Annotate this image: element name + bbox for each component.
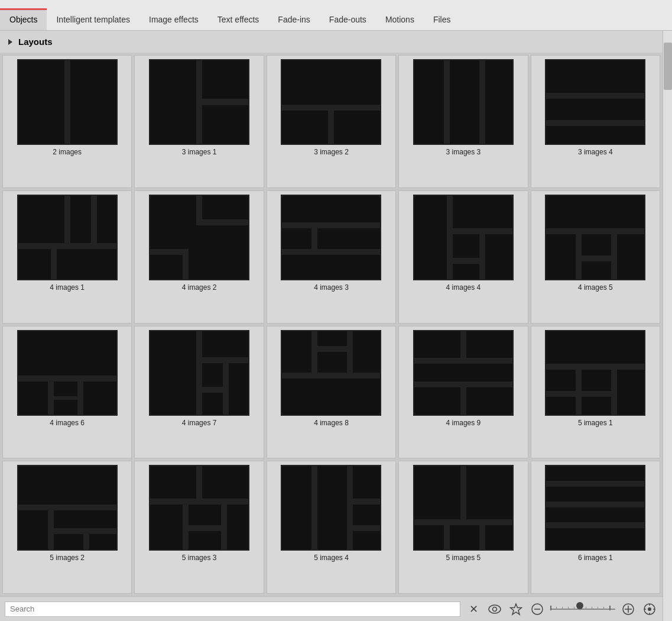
svg-rect-1: [70, 60, 116, 144]
layout-label-5-images-3: 5 images 3: [182, 554, 217, 562]
layout-thumb-4-images-5: [545, 195, 645, 280]
star-icon[interactable]: [508, 601, 524, 617]
svg-rect-12: [546, 99, 644, 120]
svg-rect-69: [202, 466, 248, 499]
svg-rect-18: [57, 249, 116, 279]
tab-files[interactable]: Files: [424, 8, 460, 30]
svg-rect-23: [282, 196, 380, 222]
layout-label-4-images-8: 4 images 8: [314, 419, 349, 427]
svg-rect-25: [317, 228, 380, 249]
svg-rect-62: [582, 397, 611, 415]
svg-rect-48: [317, 331, 347, 346]
layout-item-4-images-1[interactable]: 4 images 1: [2, 190, 132, 324]
tab-text-effects[interactable]: Text effects: [208, 8, 269, 30]
layout-item-4-images-5[interactable]: 4 images 5: [531, 190, 660, 324]
svg-rect-53: [466, 331, 512, 358]
tab-intelligent-templates[interactable]: Intelligent templates: [47, 8, 139, 30]
layout-thumb-3-images-3: [413, 59, 514, 145]
eye-icon[interactable]: [486, 601, 503, 617]
layout-thumb-4-images-3: [281, 195, 381, 280]
layout-label-5-images-2: 5 images 2: [50, 554, 85, 562]
layout-thumb-4-images-9: [413, 330, 514, 416]
layout-label-3-images-1: 3 images 1: [182, 148, 217, 156]
svg-rect-21: [150, 255, 183, 279]
layout-thumb-5-images-2: [17, 465, 118, 551]
svg-rect-72: [227, 504, 248, 549]
layout-item-3-images-2[interactable]: 3 images 2: [267, 55, 396, 188]
svg-rect-39: [54, 381, 77, 396]
svg-rect-80: [466, 466, 512, 519]
svg-rect-26: [282, 255, 380, 279]
settings-icon[interactable]: [641, 601, 658, 617]
layout-item-2-images[interactable]: 2 images: [2, 55, 132, 188]
tab-image-effects[interactable]: Image effects: [139, 8, 208, 30]
svg-rect-59: [582, 370, 611, 391]
svg-rect-73: [189, 531, 221, 549]
layout-item-4-images-2[interactable]: 4 images 2: [134, 190, 264, 324]
scrollbar[interactable]: [663, 31, 672, 621]
layout-item-5-images-1[interactable]: 5 images 1: [531, 326, 660, 459]
svg-rect-37: [18, 331, 116, 376]
layout-item-4-images-7[interactable]: 4 images 7: [134, 326, 264, 459]
tab-objects[interactable]: Objects: [0, 8, 47, 30]
svg-rect-42: [150, 331, 196, 415]
plus-icon[interactable]: [620, 601, 637, 617]
layout-item-4-images-8[interactable]: 4 images 8: [267, 326, 396, 459]
zoom-slider-container[interactable]: [550, 604, 615, 614]
svg-rect-9: [450, 60, 479, 144]
search-input[interactable]: [5, 601, 460, 617]
svg-rect-45: [229, 363, 248, 415]
tab-fade-ins[interactable]: Fade-ins: [268, 8, 319, 30]
svg-point-88: [489, 605, 501, 613]
svg-point-89: [493, 607, 497, 611]
svg-rect-6: [282, 111, 328, 144]
layout-item-4-images-9[interactable]: 4 images 9: [398, 326, 528, 459]
svg-rect-3: [202, 60, 248, 99]
layout-item-5-images-3[interactable]: 5 images 3: [134, 461, 264, 594]
layout-thumb-3-images-2: [281, 59, 381, 145]
layout-label-3-images-4: 3 images 4: [578, 148, 613, 156]
layout-item-5-images-5[interactable]: 5 images 5: [398, 461, 528, 594]
svg-rect-5: [282, 60, 380, 105]
tab-motions[interactable]: Motions: [376, 8, 424, 30]
layout-grid: 2 images 3 images 1 3 images 2 3 images …: [0, 53, 663, 596]
layout-thumb-4-images-1: [17, 195, 118, 280]
layout-item-3-images-4[interactable]: 3 images 4: [531, 55, 660, 188]
svg-rect-46: [202, 393, 223, 415]
layout-thumb-5-images-3: [149, 465, 249, 551]
layout-item-6-images-1[interactable]: 6 images 1: [531, 461, 660, 594]
svg-rect-32: [546, 196, 644, 228]
tab-fade-outs[interactable]: Fade-outs: [320, 8, 376, 30]
layout-item-3-images-3[interactable]: 3 images 3: [398, 55, 528, 188]
section-header: Layouts: [0, 31, 663, 53]
layout-thumb-5-images-4: [281, 465, 381, 551]
scrollbar-thumb[interactable]: [664, 43, 672, 90]
svg-rect-84: [546, 466, 644, 481]
layout-item-5-images-4[interactable]: 5 images 4: [267, 461, 396, 594]
svg-rect-67: [89, 534, 116, 549]
layout-item-4-images-6[interactable]: 4 images 6: [2, 326, 132, 459]
layout-thumb-5-images-5: [413, 465, 514, 551]
layout-label-4-images-5: 4 images 5: [578, 283, 613, 292]
layout-item-5-images-2[interactable]: 5 images 2: [2, 461, 132, 594]
svg-rect-38: [18, 381, 48, 415]
svg-rect-78: [353, 531, 380, 549]
close-icon[interactable]: ✕: [465, 601, 482, 617]
svg-rect-44: [202, 363, 223, 387]
svg-rect-33: [546, 234, 576, 279]
svg-rect-57: [546, 331, 644, 364]
svg-rect-41: [54, 400, 77, 415]
layout-item-4-images-4[interactable]: 4 images 4: [398, 190, 528, 324]
svg-rect-75: [317, 466, 347, 549]
svg-rect-74: [282, 466, 311, 549]
minus-icon[interactable]: [529, 601, 546, 617]
layout-label-4-images-4: 4 images 4: [446, 283, 481, 292]
svg-rect-24: [282, 228, 311, 249]
collapse-triangle[interactable]: [8, 39, 12, 45]
svg-rect-61: [546, 397, 576, 415]
layout-item-4-images-3[interactable]: 4 images 3: [267, 190, 396, 324]
svg-rect-55: [414, 387, 460, 415]
layout-label-4-images-3: 4 images 3: [314, 283, 349, 292]
layout-thumb-3-images-4: [545, 59, 645, 145]
layout-item-3-images-1[interactable]: 3 images 1: [134, 55, 264, 188]
